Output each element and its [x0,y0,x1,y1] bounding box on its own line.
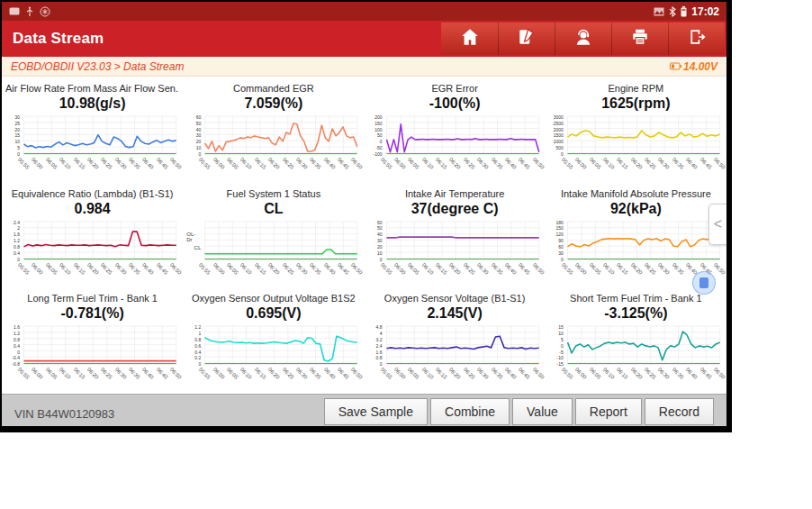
chart-cell-air-flow-rate[interactable]: Air Flow Rate From Mass Air Flow Sen...1… [2,78,183,184]
storage-icon [9,7,20,15]
chart-value: -100(%) [368,95,542,114]
y-axis-labels: 4.843.22.41.60.80 [368,325,383,367]
printer-icon [630,28,650,50]
report-edit-icon [517,28,537,50]
status-left-icons [9,6,50,17]
chart-plot [202,221,360,262]
diagnostic-app: 17:02 Data Stream [2,2,726,426]
y-axis-labels: 2.421.61.20.80.40 [5,221,21,262]
record-button[interactable]: Record [645,398,714,425]
report-button[interactable] [498,23,555,55]
bottom-bar: VIN B44W0120983 Save SampleCombineValueR… [2,394,726,426]
voltage-value: 14.00V [683,60,717,73]
chart-title: Oxygen Sensor Voltage (B1-S1) [368,293,542,305]
x-axis-labels: 05:5506:0006:0506:1006:1506:2006:2506:30… [564,367,723,386]
usb-icon [25,6,34,17]
x-axis-labels: 05:5506:0006:0506:1006:1506:2006:2506:30… [383,262,542,282]
chart-plot [383,221,542,262]
chevron-left-icon: < [714,216,722,232]
x-axis-labels: 05:5506:0006:0506:1006:1506:2006:2506:30… [21,157,179,177]
y-axis-labels: 151050-5-10-15 [549,325,564,367]
chart-cell-short-term-fuel-trim[interactable]: Short Term Fuel Trim - Bank 1-3.125(%)15… [546,288,726,394]
chart-cell-engine-rpm[interactable]: Engine RPM1625(rpm)300025002000150010005… [546,78,726,184]
chart-plot [21,115,179,157]
x-axis-labels: 05:5506:0006:0506:1006:1506:2006:2506:30… [21,262,179,282]
remote-contact-icon [573,28,593,50]
chart-grid: Air Flow Rate From Mass Air Flow Sen...1… [2,77,726,394]
report-button[interactable]: Report [575,398,642,425]
status-bar: 17:02 [2,2,726,21]
chart-cell-commanded-egr[interactable]: Commanded EGR7.059(%)605040302010005:550… [183,78,364,184]
chart-cell-intake-air-temperature[interactable]: Intake Air Temperature37(degree C)605040… [365,184,546,289]
chart-cell-egr-error[interactable]: EGR Error-100(%)200150100500-50-10005:55… [365,78,546,184]
contact-button[interactable] [555,23,611,55]
chart-cell-o2-sensor-output-voltage[interactable]: Oxygen Sensor Output Voltage B1S20.695(V… [183,288,364,394]
chart-value: 7.059(%) [186,95,360,114]
chart-plot [564,221,723,262]
chart-value: 2.145(V) [368,305,542,324]
chart-cell-o2-sensor-voltage[interactable]: Oxygen Sensor Voltage (B1-S1)2.145(V)4.8… [365,288,546,394]
toolbar [441,23,725,55]
value-button[interactable]: Value [512,398,573,425]
y-axis-labels: 1.61.20.80.40-0.4-0.8 [5,325,21,367]
chart-value: 0.984 [5,201,179,220]
battery-voltage: 14.00V [670,60,717,73]
vin-label: VIN B44W0120983 [14,407,114,421]
y-axis-labels: 1.210.80.60.40.20 [186,325,202,367]
chart-plot [564,325,723,367]
device-frame: 17:02 Data Stream [0,0,732,432]
print-button[interactable] [611,23,668,55]
x-axis-labels: 05:5506:0006:0506:1006:1506:2006:2506:30… [202,262,360,282]
x-axis-labels: 05:5506:0006:0506:1006:1506:2006:2506:30… [21,367,179,386]
title-bar: Data Stream [2,21,726,57]
chart-title: Intake Manifold Absolute Pressure [549,188,723,201]
bluetooth-icon [669,6,676,17]
x-axis-labels: 05:5506:0006:0506:1006:1506:2006:2506:30… [383,367,542,386]
chart-title: Intake Air Temperature [368,188,542,201]
chart-cell-fuel-system-status[interactable]: Fuel System 1 StatusCLOL-DrCL05:5506:000… [183,184,364,289]
chart-title: Oxygen Sensor Output Voltage B1S2 [186,293,360,305]
y-axis-labels: 302520151050 [5,115,21,157]
chart-title: Air Flow Rate From Mass Air Flow Sen... [5,83,179,95]
clock-time: 17:02 [691,5,719,18]
home-icon [460,28,480,50]
side-panel-handle[interactable]: < [708,204,726,245]
save-sample-button[interactable]: Save Sample [324,398,428,425]
chart-plot [21,325,179,367]
y-axis-labels: 200150100500-50-100 [368,115,383,157]
breadcrumb: EOBD/OBDII V23.03 > Data Stream [11,60,184,73]
x-axis-labels: 05:5506:0006:0506:1006:1506:2006:2506:30… [383,157,542,177]
exit-button[interactable] [668,23,725,55]
chart-title: Fuel System 1 Status [186,188,360,201]
chart-cell-equivalence-ratio[interactable]: Equivalence Ratio (Lambda) (B1-S1)0.9842… [2,184,183,289]
screenshot-icon [654,7,664,16]
x-axis-labels: 05:5506:0006:0506:1006:1506:2006:2506:30… [564,157,723,177]
chart-value: 1625(rpm) [549,95,723,114]
chart-plot [564,115,723,157]
chart-title: Equivalence Ratio (Lambda) (B1-S1) [5,188,179,201]
chart-value: CL [186,201,360,220]
floating-assist-bubble[interactable] [692,271,716,295]
chart-title: Short Term Fuel Trim - Bank 1 [549,293,723,305]
chart-value: 0.695(V) [186,305,360,324]
x-axis-labels: 05:5506:0006:0506:1006:1506:2006:2506:30… [202,367,360,386]
chart-title: Long Term Fuel Trim - Bank 1 [5,293,179,305]
chart-title: Engine RPM [549,83,723,95]
battery-icon [681,6,687,17]
screencast-icon [40,6,50,17]
chart-value: 10.98(g/s) [5,95,179,114]
page-title: Data Stream [13,30,104,48]
chart-value: -3.125(%) [549,305,723,324]
combine-button[interactable]: Combine [430,398,510,425]
x-axis-labels: 05:5506:0006:0506:1006:1506:2006:2506:30… [202,157,360,177]
screenshot-canvas: 17:02 Data Stream [0,0,812,509]
chart-value: 37(degree C) [368,201,542,220]
bottom-buttons: Save SampleCombineValueReportRecord [324,398,714,425]
chart-title: Commanded EGR [186,83,360,95]
chart-cell-long-term-fuel-trim[interactable]: Long Term Fuel Trim - Bank 1-0.781(%)1.6… [2,288,183,394]
y-axis-labels: 1801501209060300 [549,221,564,262]
exit-icon [687,28,707,50]
home-button[interactable] [441,23,498,55]
chart-plot [383,325,542,367]
chart-title: EGR Error [368,83,542,95]
